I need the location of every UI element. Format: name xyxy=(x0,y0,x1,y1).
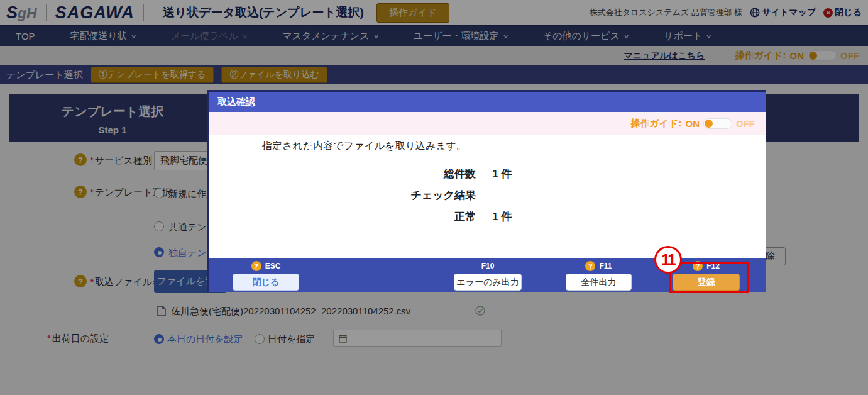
dialog-message: 指定された内容でファイルを取り込みます。 xyxy=(262,140,766,153)
errors-only-output-button[interactable]: エラーのみ出力 xyxy=(454,274,522,291)
dialog-guide-toggle: 操作ガイド: ON OFF xyxy=(630,118,755,130)
stat-row-normal: 正常 1 件 xyxy=(209,206,766,227)
key-label-esc: ? ESC xyxy=(233,260,299,272)
toggle-knob xyxy=(705,120,713,128)
dialog-title: 取込確認 xyxy=(209,92,766,112)
register-button[interactable]: 登録 xyxy=(673,274,740,291)
dialog-body: 指定された内容でファイルを取り込みます。 総件数 1 件 チェック結果 正常 1… xyxy=(209,135,766,258)
dialog-guide-toggle-switch[interactable] xyxy=(703,118,732,129)
close-group: ? ESC 閉じる xyxy=(233,260,299,291)
key-label-f10: F10 xyxy=(454,260,522,272)
stat-row-total: 総件数 1 件 xyxy=(209,163,766,184)
register-group: ? F12 登録 xyxy=(673,260,740,291)
dialog-guide-strip: 操作ガイド: ON OFF xyxy=(209,112,766,135)
all-output-group: ? F11 全件出力 xyxy=(566,260,632,291)
import-stats: 総件数 1 件 チェック結果 正常 1 件 xyxy=(209,163,766,227)
help-icon[interactable]: ? xyxy=(693,261,703,271)
import-confirm-dialog: 取込確認 操作ガイド: ON OFF 指定された内容でファイルを取り込みます。 … xyxy=(207,90,766,292)
app-window: SgH SAGAWA 送り状データ取込(テンプレート選択) 操作ガイド 株式会社… xyxy=(0,0,868,395)
errors-only-group: F10 エラーのみ出力 xyxy=(454,260,522,291)
key-label-f11: ? F11 xyxy=(566,260,632,272)
dialog-footer: ? ESC 閉じる F10 エラーのみ出力 ? F11 全件出力 xyxy=(209,258,766,292)
help-icon[interactable]: ? xyxy=(585,261,595,271)
help-icon[interactable]: ? xyxy=(251,261,261,271)
dialog-close-button[interactable]: 閉じる xyxy=(233,274,299,291)
stat-row-check-result: チェック結果 xyxy=(209,184,766,206)
all-output-button[interactable]: 全件出力 xyxy=(566,274,632,291)
key-label-f12: ? F12 xyxy=(673,260,740,272)
